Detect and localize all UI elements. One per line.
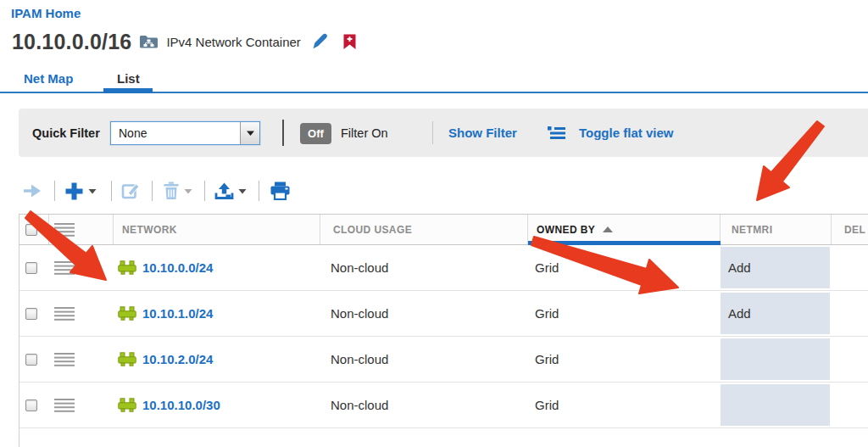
netmri-cell (721, 338, 830, 380)
column-header-owned-by[interactable]: OWNED BY (528, 215, 721, 244)
toolbar-separator (111, 181, 112, 201)
row-checkbox[interactable] (25, 400, 37, 411)
print-button[interactable] (270, 182, 291, 200)
toolbar-separator (204, 181, 205, 201)
add-dropdown-caret-icon[interactable] (88, 188, 97, 194)
filter-bar-separator (282, 120, 284, 146)
network-link[interactable]: 10.10.1.0/24 (142, 306, 213, 321)
table-row: 10.10.10.0/30 Non-cloud Grid (19, 383, 868, 428)
row-menu-icon[interactable] (54, 399, 75, 412)
owned-by-value: Grid (528, 383, 721, 427)
network-icon (118, 306, 136, 321)
column-header-cloud-usage[interactable]: CLOUD USAGE (320, 215, 528, 244)
network-icon (118, 398, 136, 412)
edit-button[interactable] (121, 182, 140, 200)
page-subtitle: IPv4 Network Container (166, 35, 300, 49)
networks-table: NETWORK CLOUD USAGE OWNED BY NETMRI DEL (19, 214, 868, 447)
netmri-add-action[interactable]: Add (728, 260, 751, 275)
edit-pencil-icon[interactable] (311, 33, 329, 51)
show-filter-link[interactable]: Show Filter (448, 126, 517, 140)
row-menu-icon[interactable] (54, 261, 75, 275)
page-title: 10.10.0.0/16 (12, 30, 131, 54)
network-icon (118, 352, 136, 366)
add-button[interactable] (64, 182, 97, 201)
del-cell (832, 245, 868, 290)
toolbar-separator (152, 181, 153, 201)
table-row: 10.10.1.0/24 Non-cloud Grid Add (19, 291, 868, 337)
cloud-usage-value: Non-cloud (320, 245, 528, 290)
select-all-column-header (19, 215, 49, 244)
quick-filter-select[interactable]: None (110, 121, 260, 145)
row-checkbox[interactable] (25, 262, 37, 274)
cloud-usage-value: Non-cloud (320, 337, 528, 382)
netmri-cell[interactable]: Add (721, 247, 830, 288)
ipam-page: IPAM Home 10.10.0.0/16 IPv4 Network Cont… (0, 0, 868, 447)
del-cell (832, 291, 868, 336)
filter-bar-separator-light (432, 121, 433, 144)
grid-toolbar (0, 174, 868, 208)
column-header-del[interactable]: DEL (832, 215, 868, 244)
table-row: 10.10.2.0/24 Non-cloud Grid (19, 337, 868, 383)
export-dropdown-caret-icon[interactable] (238, 188, 247, 194)
export-button[interactable] (214, 182, 247, 200)
del-cell (832, 337, 868, 382)
quick-filter-bar: Quick Filter None Off Filter On Show Fil… (19, 109, 868, 157)
row-checkbox[interactable] (25, 308, 37, 320)
active-tab-indicator (103, 88, 153, 93)
sort-ascending-icon (603, 226, 613, 232)
table-row: 10.10.0.0/24 Non-cloud Grid Add (19, 245, 868, 291)
column-header-netmri[interactable]: NETMRI (721, 215, 832, 244)
owned-by-value: Grid (528, 245, 721, 290)
breadcrumb-ipam-home[interactable]: IPAM Home (11, 6, 81, 20)
table-header-row: NETWORK CLOUD USAGE OWNED BY NETMRI DEL (19, 215, 868, 245)
flat-view-icon (548, 126, 565, 143)
tab-net-map[interactable]: Net Map (24, 71, 73, 86)
cloud-usage-value: Non-cloud (320, 291, 528, 336)
toggle-flat-view-link[interactable]: Toggle flat view (579, 126, 673, 140)
network-link[interactable]: 10.10.2.0/24 (142, 352, 213, 366)
netmri-cell (721, 384, 830, 426)
network-link[interactable]: 10.10.10.0/30 (142, 398, 220, 412)
network-container-icon (139, 34, 159, 49)
toolbar-separator (259, 181, 259, 201)
select-all-checkbox[interactable] (25, 224, 37, 236)
owned-by-label: OWNED BY (537, 224, 595, 236)
network-link[interactable]: 10.10.0.0/24 (142, 260, 213, 275)
select-dropdown-button[interactable] (240, 122, 259, 144)
owned-by-value: Grid (528, 337, 721, 382)
row-menu-icon[interactable] (54, 353, 75, 366)
row-checkbox[interactable] (25, 354, 37, 366)
toolbar-separator (54, 181, 55, 201)
bookmark-add-icon[interactable] (343, 34, 356, 50)
delete-dropdown-caret-icon[interactable] (184, 188, 192, 194)
cloud-usage-value: Non-cloud (320, 383, 528, 427)
network-icon (118, 260, 136, 275)
quick-filter-selected-value: None (111, 126, 240, 140)
netmri-cell[interactable]: Add (721, 293, 830, 334)
go-arrow-button[interactable] (22, 182, 43, 199)
filter-on-label: Filter On (341, 126, 388, 140)
filter-toggle-button[interactable]: Off (300, 123, 331, 144)
tab-bar: Net Map List (0, 66, 868, 93)
netmri-add-action[interactable]: Add (728, 306, 751, 321)
row-menu-icon[interactable] (54, 307, 75, 321)
header-menu-icon[interactable] (54, 223, 75, 237)
delete-button[interactable] (163, 182, 192, 200)
tab-list[interactable]: List (117, 71, 140, 86)
column-header-network[interactable]: NETWORK (114, 215, 320, 244)
page-title-row: 10.10.0.0/16 IPv4 Network Container (12, 29, 356, 54)
del-cell (832, 383, 868, 427)
sorted-column-indicator (528, 241, 721, 245)
owned-by-value: Grid (528, 291, 721, 336)
quick-filter-label: Quick Filter (32, 126, 100, 140)
menu-column-header (49, 215, 114, 244)
